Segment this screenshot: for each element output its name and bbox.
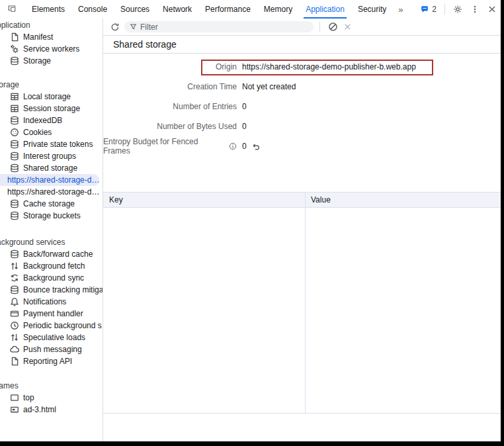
sidebar-item-label: Service workers — [23, 44, 79, 54]
more-tabs-chevrons: » — [398, 5, 403, 15]
close-devtools-button[interactable] — [483, 1, 501, 18]
settings-button[interactable] — [449, 1, 466, 18]
sidebar-item-push-messaging[interactable]: Push messaging — [0, 343, 103, 355]
reset-budget-button[interactable] — [252, 142, 261, 151]
sidebar-item-manifest[interactable]: Manifest — [0, 31, 103, 43]
sidebar-item-shared-storage-origin[interactable]: https://shared-storage-d… — [0, 186, 103, 198]
database-icon — [10, 140, 19, 149]
shared-storage-panel: Shared storage Origin https://shared-sto… — [103, 19, 501, 441]
field-row-number-of-entries: Number of Entries 0 — [103, 97, 501, 116]
info-icon[interactable] — [229, 142, 237, 150]
tab-memory[interactable]: Memory — [257, 1, 299, 19]
field-row-number-of-bytes: Number of Bytes Used 0 — [103, 116, 501, 136]
tab-console[interactable]: Console — [71, 1, 114, 19]
entropy-budget-value: 0 — [242, 142, 247, 151]
field-row-creation-time: Creation Time Not yet created — [103, 77, 501, 97]
sidebar-item-bounce-tracking-mitigations[interactable]: Bounce tracking mitiga… — [0, 284, 103, 296]
filter-funnel-icon — [130, 23, 137, 30]
sidebar-item-label: Background sync — [23, 273, 84, 283]
table-body-empty[interactable] — [103, 208, 501, 414]
section-header-background-services: Background services — [0, 236, 103, 248]
sidebar-item-interest-groups[interactable]: Interest groups — [0, 150, 103, 162]
clear-events-button[interactable] — [325, 20, 340, 34]
toggle-device-toolbar-button[interactable] — [0, 1, 25, 19]
more-options-button[interactable] — [466, 1, 483, 18]
tab-label: Network — [163, 5, 192, 14]
sidebar-item-label: Payment handler — [23, 309, 83, 318]
filter-input[interactable] — [140, 22, 308, 32]
sidebar-item-frame-top[interactable]: top — [0, 392, 103, 404]
sidebar-item-background-fetch[interactable]: Background fetch — [0, 260, 103, 272]
tab-network[interactable]: Network — [156, 1, 198, 19]
more-tabs-button[interactable]: » — [393, 1, 408, 19]
block-icon — [328, 22, 338, 32]
sidebar-item-label: Local storage — [23, 92, 71, 101]
sidebar-item-cache-storage[interactable]: Cache storage — [0, 198, 103, 210]
service-worker-gears-icon — [10, 44, 19, 54]
bell-icon — [10, 297, 19, 306]
panel-title-bar: Shared storage — [103, 35, 501, 54]
sidebar-item-label: top — [23, 393, 34, 402]
sidebar-item-local-storage[interactable]: Local storage — [0, 91, 103, 103]
sidebar-item-service-workers[interactable]: Service workers — [0, 43, 103, 55]
tabbar-right-controls: 2 — [417, 1, 501, 18]
sidebar-item-shared-storage-origin-selected[interactable]: https://shared-storage-d… — [0, 174, 99, 186]
window-edge-right — [501, 0, 504, 446]
tab-label: Memory — [264, 5, 292, 14]
device-toolbar-icon — [8, 5, 17, 14]
sidebar-item-notifications[interactable]: Notifications — [0, 296, 103, 308]
gear-icon — [453, 5, 462, 14]
sidebar-item-label: Speculative loads — [23, 333, 85, 342]
sidebar-item-label: Private state tokens — [23, 140, 93, 149]
tab-sources[interactable]: Sources — [114, 1, 156, 19]
tab-label: Performance — [205, 5, 251, 14]
tab-application[interactable]: Application — [299, 1, 351, 19]
sidebar-item-label: Push messaging — [23, 345, 82, 354]
close-icon — [343, 22, 352, 31]
sidebar-item-storage-buckets[interactable]: Storage buckets — [0, 210, 103, 222]
panel-toolbar — [103, 19, 501, 36]
sidebar-item-frame-ad-3[interactable]: ad-3.html — [0, 404, 103, 416]
sidebar-item-indexeddb[interactable]: IndexedDB — [0, 114, 103, 126]
page-title: Shared storage — [113, 39, 177, 50]
sidebar-item-cookies[interactable]: Cookies — [0, 126, 103, 138]
column-header-value[interactable]: Value — [306, 193, 501, 207]
sidebar-item-storage[interactable]: Storage — [0, 55, 103, 67]
refresh-button[interactable] — [107, 19, 123, 35]
document-icon — [10, 32, 19, 42]
toolbar-divider — [444, 4, 445, 15]
tab-security[interactable]: Security — [351, 1, 393, 19]
sidebar-item-label: Shared storage — [23, 163, 77, 173]
reset-undo-icon — [252, 142, 261, 151]
cloud-icon — [10, 345, 19, 354]
sidebar-item-speculative-loads[interactable]: Speculative loads — [0, 332, 103, 343]
sidebar-item-label: https://shared-storage-d… — [7, 175, 99, 185]
issues-button[interactable]: 2 — [417, 5, 441, 14]
refresh-icon — [110, 22, 120, 32]
column-header-key[interactable]: Key — [103, 193, 306, 207]
database-icon — [10, 285, 19, 294]
sidebar-item-label: Back/forward cache — [23, 249, 93, 259]
sidebar-item-payment-handler[interactable]: Payment handler — [0, 308, 103, 320]
tab-label: Elements — [32, 5, 65, 14]
table-grid-icon — [10, 92, 19, 101]
tab-performance[interactable]: Performance — [198, 1, 257, 19]
sidebar-item-back-forward-cache[interactable]: Back/forward cache — [0, 248, 103, 260]
sidebar-item-reporting-api[interactable]: Reporting API — [0, 355, 103, 367]
sidebar-item-periodic-background-sync[interactable]: Periodic background s… — [0, 320, 103, 332]
section-header-frames: Frames — [0, 380, 103, 392]
sidebar-item-shared-storage[interactable]: Shared storage — [0, 162, 103, 174]
document-icon — [10, 357, 19, 366]
clear-filter-button[interactable] — [340, 20, 355, 34]
sidebar-section-storage: Storage Local storage Session storage In… — [0, 79, 103, 222]
sidebar-item-private-state-tokens[interactable]: Private state tokens — [0, 138, 103, 150]
sidebar-item-session-storage[interactable]: Session storage — [0, 103, 103, 114]
database-icon — [10, 163, 19, 173]
tab-label: Console — [78, 5, 107, 14]
sidebar-item-label: Notifications — [23, 297, 66, 306]
sync-arrows-icon — [10, 273, 19, 283]
tab-label: Application — [306, 5, 345, 14]
tab-elements[interactable]: Elements — [25, 1, 71, 19]
origin-value: https://shared-storage-demo-publisher-b.… — [242, 62, 416, 71]
sidebar-item-background-sync[interactable]: Background sync — [0, 272, 103, 284]
